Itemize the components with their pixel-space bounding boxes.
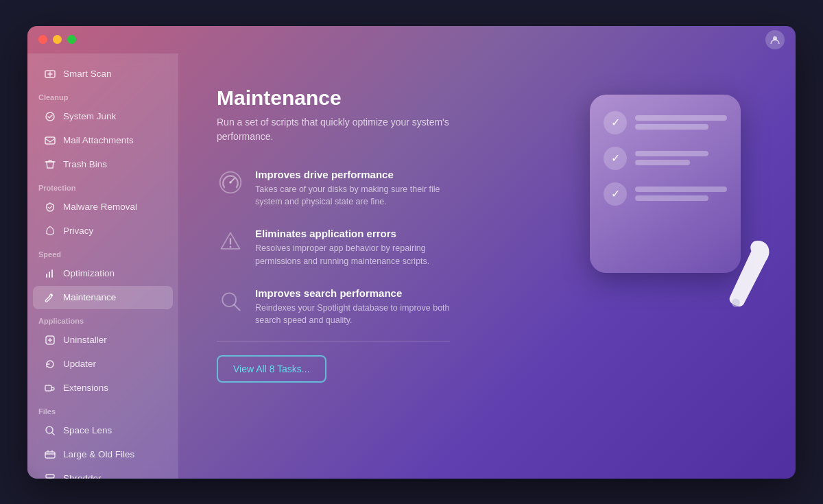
smart-scan-icon xyxy=(44,68,56,80)
illus-check-1: ✓ xyxy=(604,111,627,134)
app-errors-icon-wrap xyxy=(217,228,244,255)
search-performance-text: Improves search performance Reindexes yo… xyxy=(255,287,461,328)
applications-section-label: Applications xyxy=(27,310,178,328)
space-lens-label: Space Lens xyxy=(63,425,112,435)
svg-line-19 xyxy=(234,304,239,310)
feature-search-performance: Improves search performance Reindexes yo… xyxy=(217,287,477,328)
extensions-icon xyxy=(44,382,56,394)
svg-point-15 xyxy=(229,181,232,184)
sidebar-item-smart-scan-label: Smart Scan xyxy=(63,69,112,79)
search-performance-desc: Reindexes your Spotlight database to imp… xyxy=(255,302,461,328)
drive-performance-text: Improves drive performance Takes care of… xyxy=(255,169,461,209)
sidebar-item-large-old-files[interactable]: Large & Old Files xyxy=(33,443,173,466)
panel-subtitle: Run a set of scripts that quickly optimi… xyxy=(217,115,450,144)
trash-bins-label: Trash Bins xyxy=(63,159,107,169)
illus-lines-2 xyxy=(635,151,727,165)
uninstaller-icon xyxy=(44,334,56,346)
illus-card: ✓ ✓ ✓ xyxy=(590,95,741,273)
svg-rect-9 xyxy=(45,385,51,391)
illus-line xyxy=(635,187,727,192)
illus-check-2: ✓ xyxy=(604,147,627,170)
updater-icon xyxy=(44,358,56,370)
illus-line xyxy=(635,124,708,130)
sidebar-item-malware-removal[interactable]: Malware Removal xyxy=(33,195,173,219)
sidebar-item-shredder[interactable]: Shredder xyxy=(33,467,173,479)
speed-section-label: Speed xyxy=(27,243,178,261)
drive-performance-desc: Takes care of your disks by making sure … xyxy=(255,183,461,209)
extensions-label: Extensions xyxy=(63,383,108,393)
drive-performance-icon-wrap xyxy=(217,169,244,196)
drive-performance-title: Improves drive performance xyxy=(255,169,461,180)
search-icon xyxy=(218,289,243,313)
large-old-files-label: Large & Old Files xyxy=(63,449,134,459)
main-content: Smart Scan Cleanup System Junk xyxy=(27,53,796,479)
illus-line xyxy=(635,160,690,165)
optimization-icon xyxy=(44,267,56,280)
mail-attachments-icon xyxy=(44,134,56,147)
main-panel: Maintenance Run a set of scripts that qu… xyxy=(178,53,796,479)
maintenance-label: Maintenance xyxy=(63,292,116,302)
sidebar-item-extensions[interactable]: Extensions xyxy=(33,376,173,400)
uninstaller-label: Uninstaller xyxy=(63,335,107,345)
shredder-label: Shredder xyxy=(63,473,102,479)
sidebar-item-trash-bins[interactable]: Trash Bins xyxy=(33,153,173,176)
maximize-button[interactable] xyxy=(67,35,76,44)
app-errors-desc: Resolves improper app behavior by repair… xyxy=(255,242,461,268)
title-bar xyxy=(27,26,796,53)
shredder-icon xyxy=(44,472,56,479)
traffic-lights xyxy=(38,35,76,44)
illus-lines-3 xyxy=(635,187,727,201)
privacy-icon xyxy=(44,225,56,237)
optimization-label: Optimization xyxy=(63,268,115,278)
sidebar-item-privacy[interactable]: Privacy xyxy=(33,219,173,243)
sidebar-item-maintenance[interactable]: Maintenance xyxy=(33,286,173,309)
svg-rect-11 xyxy=(45,452,55,458)
app-errors-text: Eliminates application errors Resolves i… xyxy=(255,228,461,268)
minimize-button[interactable] xyxy=(53,35,62,44)
files-section-label: Files xyxy=(27,400,178,418)
malware-removal-label: Malware Removal xyxy=(63,202,137,212)
system-junk-label: System Junk xyxy=(63,111,116,121)
cleanup-section-label: Cleanup xyxy=(27,86,178,104)
illus-lines-1 xyxy=(635,115,727,130)
svg-point-17 xyxy=(230,246,232,248)
feature-drive-performance: Improves drive performance Takes care of… xyxy=(217,169,477,209)
sidebar-item-optimization[interactable]: Optimization xyxy=(33,262,173,285)
system-junk-icon xyxy=(44,110,56,123)
privacy-label: Privacy xyxy=(63,226,93,236)
feature-app-errors: Eliminates application errors Resolves i… xyxy=(217,228,477,268)
maintenance-icon xyxy=(44,291,56,304)
search-performance-icon-wrap xyxy=(217,287,244,315)
maintenance-illustration: ✓ ✓ ✓ xyxy=(576,81,768,300)
search-performance-title: Improves search performance xyxy=(255,287,461,299)
illus-row-3: ✓ xyxy=(604,182,727,206)
sidebar-item-system-junk[interactable]: System Junk xyxy=(33,105,173,128)
sidebar-item-space-lens[interactable]: Space Lens xyxy=(33,419,173,442)
illus-line xyxy=(635,115,727,121)
space-lens-icon xyxy=(44,424,56,437)
illus-row-1: ✓ xyxy=(604,111,727,134)
user-avatar-button[interactable] xyxy=(765,30,785,49)
sidebar-item-mail-attachments[interactable]: Mail Attachments xyxy=(33,129,173,152)
sidebar-item-updater[interactable]: Updater xyxy=(33,352,173,376)
app-window: Smart Scan Cleanup System Junk xyxy=(27,26,796,479)
warning-triangle-icon xyxy=(218,229,243,254)
illus-line xyxy=(635,195,708,201)
svg-rect-12 xyxy=(46,475,54,478)
sidebar: Smart Scan Cleanup System Junk xyxy=(27,53,178,479)
svg-rect-3 xyxy=(45,137,55,144)
view-all-tasks-button[interactable]: View All 8 Tasks... xyxy=(217,355,326,383)
sidebar-item-uninstaller[interactable]: Uninstaller xyxy=(33,328,173,352)
svg-point-7 xyxy=(51,294,53,296)
illus-line xyxy=(635,151,708,156)
speedometer-icon xyxy=(218,170,243,195)
illus-row-2: ✓ xyxy=(604,147,727,170)
sidebar-item-smart-scan[interactable]: Smart Scan xyxy=(33,62,173,86)
illus-check-3: ✓ xyxy=(604,182,627,206)
trash-bins-icon xyxy=(44,158,56,171)
close-button[interactable] xyxy=(38,35,47,44)
user-icon xyxy=(770,35,780,45)
mail-attachments-label: Mail Attachments xyxy=(63,135,134,145)
divider xyxy=(217,341,450,341)
updater-label: Updater xyxy=(63,359,96,369)
